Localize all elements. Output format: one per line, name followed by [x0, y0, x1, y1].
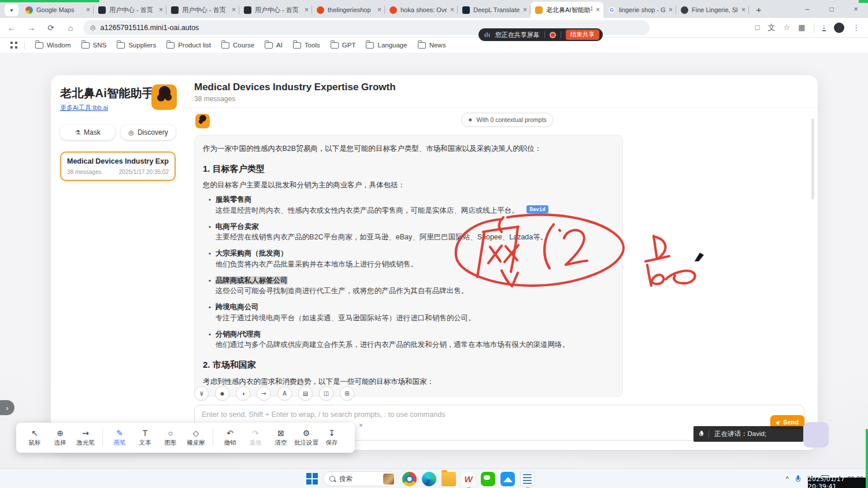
window-minimize-button[interactable]: –	[795, 0, 819, 18]
annotation-tool[interactable]: ◇ 橡皮擦	[183, 428, 209, 447]
tab-close-icon[interactable]: ×	[305, 6, 309, 14]
input-action-icon[interactable]: ≫	[194, 386, 209, 401]
bookmark-folder[interactable]: Language	[361, 40, 411, 50]
folder-icon	[366, 42, 374, 49]
annotation-tool[interactable]: T 文本	[132, 428, 158, 447]
action-glyph: ▤	[303, 390, 308, 397]
annotation-tool[interactable]: ↷ 重做	[243, 428, 268, 447]
input-action-icon[interactable]: ⇝	[257, 386, 271, 401]
annotation-tool[interactable]: ⇝ 激光笔	[73, 428, 98, 447]
bookmark-folder[interactable]: Suppliers	[112, 40, 161, 50]
input-action-icon[interactable]: ☻	[215, 386, 229, 401]
edge-icon[interactable]	[422, 472, 436, 486]
browser-tab[interactable]: 用户中心 - 首页 ×	[166, 2, 239, 18]
bookmark-folder[interactable]: GPT	[326, 40, 361, 50]
bullet-title: 跨境电商公司	[216, 303, 259, 311]
bookmark-star-icon[interactable]: ☆	[784, 23, 791, 32]
reload-icon[interactable]: ⟳	[43, 20, 59, 36]
browser-tab[interactable]: Fine Lingerie, Sle ×	[676, 2, 749, 18]
back-icon[interactable]: ←	[3, 20, 20, 36]
taskbar-search[interactable]: 搜索	[323, 471, 397, 486]
tab-close-icon[interactable]: ×	[741, 6, 745, 14]
browser-tab[interactable]: hoka shoes: Ove ×	[385, 2, 458, 18]
home-icon[interactable]: ⌂	[62, 20, 79, 36]
input-action-icon[interactable]: ◑	[236, 386, 250, 401]
extensions-icon[interactable]: ▦	[798, 23, 805, 32]
wps-icon[interactable]: W	[461, 472, 476, 486]
tray-microphone-icon[interactable]	[796, 475, 800, 482]
bookmark-folder[interactable]: AI	[260, 40, 287, 50]
bookmark-folder[interactable]: SNS	[77, 40, 112, 50]
annotation-tool[interactable]: ↧ 保存	[319, 428, 344, 447]
bookmark-folder[interactable]: Wisdom	[31, 40, 76, 50]
tool-label: 选择	[54, 439, 66, 447]
tab-close-icon[interactable]: ×	[596, 6, 600, 14]
download-icon[interactable]: ↓	[822, 24, 826, 31]
bookmark-folder[interactable]: News	[413, 40, 451, 50]
chat-scrollbar[interactable]	[811, 119, 814, 199]
profile-avatar[interactable]	[834, 23, 844, 33]
browser-tab[interactable]: thelingerieshop ×	[312, 2, 385, 18]
sidebar-expand-handle[interactable]: ›	[0, 400, 14, 415]
site-info-icon[interactable]: ◎	[90, 24, 96, 31]
browser-tab[interactable]: DeepL Translate ×	[458, 2, 531, 18]
browser-tab[interactable]: 老北鼻AI智能助手 ×	[531, 2, 603, 18]
tab-close-icon[interactable]: ×	[377, 6, 381, 14]
bullet-dot: •	[209, 221, 211, 243]
input-action-icon[interactable]: ▤	[298, 386, 313, 401]
tray-chevron-icon[interactable]: ^	[786, 475, 789, 482]
input-action-icon[interactable]: ◫	[319, 386, 333, 401]
tool-label: 保存	[326, 439, 338, 447]
annotation-tool[interactable]	[213, 429, 213, 446]
tab-close-icon[interactable]: ×	[86, 6, 90, 14]
bookmark-folder[interactable]: Product list	[162, 40, 216, 50]
context-prompts-pill[interactable]: ☻ With 0 contextual prompts	[461, 113, 553, 127]
browser-tab[interactable]: 用户中心 - 首页 ×	[239, 2, 312, 18]
photos-app-icon[interactable]	[500, 472, 515, 486]
input-action-icon[interactable]: A	[277, 386, 292, 401]
translate-icon[interactable]: 文	[768, 23, 776, 33]
mask-button[interactable]: ⚗ Mask	[60, 125, 115, 140]
bookmark-folder[interactable]: Tools	[288, 40, 325, 50]
wechat-icon[interactable]	[481, 472, 495, 486]
annotation-tool-list: ↖ 鼠标 ⊕ 选择 ⇝ 激光笔 ✎	[22, 428, 344, 447]
tab-close-icon[interactable]: ×	[159, 6, 163, 14]
tab-search-icon[interactable]: ▾	[5, 3, 18, 16]
tab-close-icon[interactable]: ×	[523, 6, 527, 14]
annotation-tool[interactable]: ○ 图形	[158, 428, 183, 447]
notepad-icon[interactable]	[520, 472, 535, 486]
tab-close-icon[interactable]: ×	[232, 6, 236, 14]
browser-tab[interactable]: G lingerie shop - G ×	[603, 2, 676, 18]
tool-icon: T	[143, 428, 148, 438]
forward-icon[interactable]: →	[23, 20, 39, 36]
annotation-tool[interactable]: ↶ 撤销	[217, 428, 243, 447]
annotation-tool[interactable]: ⊕ 选择	[47, 428, 73, 447]
toolbar-close-icon[interactable]: ×	[359, 422, 363, 430]
assistant-message: 作为一家中国的性感内衣B2B贸易商，以下是您可能的目标客户类型、市场和国家以及采…	[194, 135, 623, 397]
annotation-tool[interactable]: ⊠ 清空	[268, 428, 294, 447]
annotation-tool[interactable]: ⚙ 批注设置	[294, 428, 319, 447]
cast-icon[interactable]: □	[755, 23, 760, 32]
annotation-tool[interactable]	[102, 429, 103, 446]
browser-tab[interactable]: 用户中心 - 首页 ×	[94, 2, 166, 18]
file-explorer-icon[interactable]	[442, 472, 456, 486]
new-tab-button[interactable]: +	[751, 2, 766, 17]
list-item: • 电商平台卖家 主要经营在线销售内衣产品的B2C平台商家，如亚马逊、eBay、…	[209, 221, 614, 243]
annotation-tool[interactable]: ↖ 鼠标	[22, 428, 47, 447]
discovery-button[interactable]: ◎ Discovery	[121, 125, 176, 140]
menu-icon[interactable]: ⋮	[852, 23, 860, 32]
stop-sharing-button[interactable]: 结束共享	[566, 29, 599, 40]
start-button[interactable]	[306, 473, 318, 485]
apps-grid-icon[interactable]	[10, 42, 17, 49]
input-action-icon[interactable]: ⊞	[340, 386, 354, 401]
chrome-icon[interactable]	[402, 472, 417, 486]
bullet-title: 大宗采购商（批发商）	[216, 249, 288, 257]
annotation-tool[interactable]: ✎ 画笔	[107, 428, 132, 447]
tab-close-icon[interactable]: ×	[450, 6, 454, 14]
chat-list-item[interactable]: Medical Devices Industry Exp... 38 messa…	[60, 151, 176, 181]
window-maximize-button[interactable]: □	[819, 0, 844, 18]
bookmark-folder[interactable]: Course	[217, 40, 259, 50]
browser-tab[interactable]: Google Maps ×	[21, 2, 94, 18]
tab-close-icon[interactable]: ×	[669, 6, 673, 14]
more-tools-link[interactable]: 更多Ai工具:lbb.ai	[60, 103, 108, 112]
